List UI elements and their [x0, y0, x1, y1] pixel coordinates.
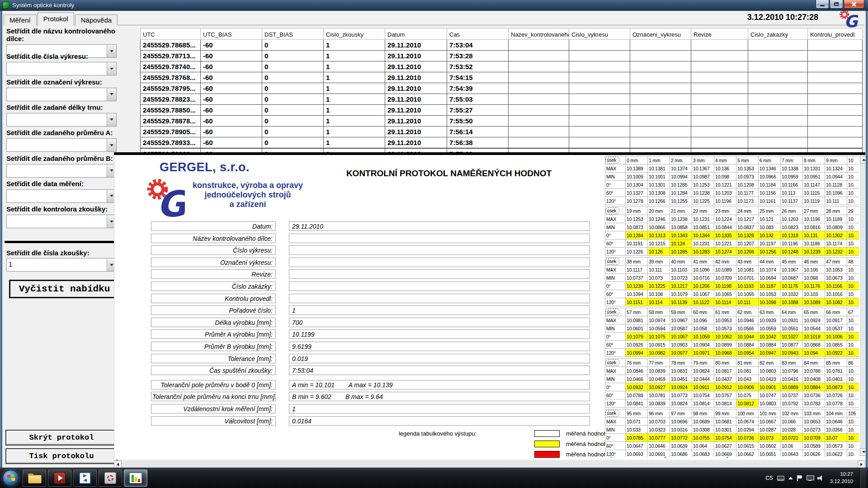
cell: 0 — [262, 127, 324, 137]
scroll-right-button[interactable] — [858, 460, 865, 468]
measure-cell: 10.0796 — [781, 367, 803, 375]
filter-combo-input-7[interactable] — [7, 215, 107, 228]
form-value-7[interactable]: 1 — [289, 305, 590, 315]
cell: -60 — [201, 116, 262, 127]
print-protocol-button[interactable]: Tisk protokolu — [5, 448, 118, 464]
measure-col-header: 27 mm — [803, 207, 825, 215]
filter-combo-dropdown-4[interactable] — [107, 139, 116, 151]
filter-combo-input-5[interactable] — [7, 164, 107, 177]
form-value-3[interactable] — [289, 258, 590, 267]
form-value-6[interactable] — [289, 294, 590, 303]
measure-cell: 10.0812 — [736, 399, 759, 408]
measure-cell: 10.1221 — [714, 239, 736, 248]
form-row-15: Vzdálenostní krok měření [mm]:1 — [114, 404, 594, 413]
record-row-6[interactable]: 2455529.78850...-600129.11.20107:55:27 — [141, 105, 863, 116]
test-number-label: Setřídit dle čísla zkoušky: — [6, 249, 89, 257]
taskbar-button-optical-control-active[interactable] — [124, 469, 147, 487]
tab-protokol[interactable]: Protokol — [38, 12, 74, 25]
filter-combo-input-4[interactable] — [7, 139, 107, 151]
hide-protocol-button[interactable]: Skrýt protokol — [5, 430, 118, 446]
horizontal-scrollbar-track[interactable] — [122, 460, 858, 468]
measure-cell: 10.1196 — [803, 215, 825, 223]
form-value-5[interactable] — [289, 282, 590, 291]
filter-combo-dropdown-2[interactable] — [107, 88, 116, 101]
form-value-0[interactable]: 29.11.2010 — [289, 221, 590, 231]
column-header-Datum[interactable]: Datum — [385, 28, 447, 40]
column-header-UTC[interactable]: UTC — [141, 28, 201, 40]
form-value-12[interactable]: 7:53:04 — [289, 366, 590, 375]
window-border-right — [866, 11, 868, 468]
form-value-9[interactable]: 10.1199 — [289, 329, 590, 339]
measure-col-header: 64 mm — [781, 308, 803, 316]
clear-menu-button[interactable]: Vyčistit nabídku — [9, 280, 120, 298]
language-indicator[interactable]: CS — [765, 475, 773, 481]
column-header-Oznaceni_vykresu[interactable]: Oznaceni_vykresu — [630, 28, 691, 40]
record-row-2[interactable]: 2455529.78740...-600129.11.20107:53:52 — [141, 61, 863, 72]
form-value-1[interactable] — [289, 234, 590, 243]
column-header-DST_BIAS[interactable]: DST_BIAS — [262, 28, 324, 40]
minimize-button[interactable] — [816, 0, 829, 9]
column-header-Cislo_zakazky[interactable]: Cislo_zakazky — [748, 28, 808, 40]
test-number-input[interactable]: 1 — [7, 258, 107, 271]
taskbar-button-media-player[interactable] — [48, 469, 71, 487]
column-header-Cislo_zkousky[interactable]: Cislo_zkousky — [324, 28, 385, 40]
scroll-left-button[interactable] — [114, 460, 122, 468]
measure-cell: 10.0788 — [803, 367, 825, 375]
network-icon[interactable] — [807, 475, 813, 481]
record-row-7[interactable]: 2455529.78878...-600129.11.20107:55:50 — [141, 116, 863, 127]
form-value-8[interactable]: 700 — [289, 318, 590, 327]
close-button[interactable] — [844, 0, 864, 9]
filter-combo-input-2[interactable] — [7, 88, 107, 101]
records-grid: UTCUTC_BIASDST_BIASCislo_zkouskyDatumCas… — [140, 28, 863, 148]
record-row-3[interactable]: 2455529.78768...-600129.11.20107:54:15 — [141, 72, 863, 83]
measure-cell: 10.1308 — [648, 189, 670, 197]
maximize-button[interactable] — [830, 0, 843, 9]
action-center-icon[interactable] — [797, 475, 802, 481]
clock[interactable]: 10:27 3.12.2010 — [827, 471, 856, 485]
filter-combo-input-3[interactable] — [7, 113, 107, 126]
volume-icon[interactable] — [817, 475, 823, 481]
show-desktop-button[interactable] — [860, 468, 866, 488]
form-value-14[interactable]: B min = 9.602 B max = 9.64 — [289, 392, 590, 401]
record-row-9[interactable]: 2455529.78933...-600129.11.20107:56:38 — [141, 137, 863, 148]
filter-combo-input-6[interactable] — [7, 190, 107, 202]
column-header-Revize[interactable]: Revize — [691, 28, 748, 40]
column-header-Cas[interactable]: Cas — [447, 28, 509, 40]
measure-cell: 10.0737 — [626, 274, 648, 282]
form-value-4[interactable] — [289, 269, 590, 279]
record-row-5[interactable]: 2455529.78823...-600129.11.20107:55:03 — [141, 94, 863, 105]
column-header-Cislo_vykresu[interactable]: Cislo_vykresu — [569, 28, 630, 40]
measure-cell: 10.0601 — [626, 324, 648, 333]
form-value-15[interactable]: 1 — [289, 404, 590, 413]
form-value-10[interactable]: 9.6199 — [289, 342, 590, 351]
measure-cell: 10.136 — [714, 164, 736, 173]
measure-cell: 10.0899 — [714, 341, 736, 349]
keyboard-icon[interactable] — [777, 476, 784, 481]
form-value-11[interactable]: 0.019 — [289, 354, 590, 363]
filter-combo-dropdown-3[interactable] — [107, 113, 116, 126]
start-button[interactable] — [0, 468, 22, 488]
column-header-Nazev_kontrolovaneho_dil[interactable]: Nazev_kontrolovaneho_dil — [509, 28, 569, 40]
title-bar: Systém optické kontroly — [0, 0, 868, 11]
record-row-partial[interactable]: 2455529.78960...-600129.11.20107:57:02 — [141, 149, 863, 153]
record-row-4[interactable]: 2455529.78795...-600129.11.20107:54:39 — [141, 83, 863, 94]
tab-mereni[interactable]: Měření — [4, 14, 37, 25]
form-value-2[interactable] — [289, 245, 590, 255]
column-header-Kontrolu_provedl[interactable]: Kontrolu_provedl — [808, 28, 863, 40]
tab-napoveda[interactable]: Nápověda — [75, 14, 118, 25]
form-value-16[interactable]: 0.0164 — [289, 416, 590, 426]
taskbar-button-gergel-app[interactable] — [99, 469, 122, 487]
record-row-0[interactable]: 2455529.78685...-600129.11.20107:53:04 — [141, 40, 863, 51]
column-header-UTC_BIAS[interactable]: UTC_BIAS — [201, 28, 262, 40]
form-value-13[interactable]: A min = 10.101 A max = 10.139 — [289, 380, 590, 389]
taskbar-button-sync-app[interactable] — [73, 469, 97, 487]
measure-cell: 10. — [847, 399, 859, 408]
record-row-1[interactable]: 2455529.78713...-600129.11.20107:53:28 — [141, 51, 863, 61]
filter-combo-input-1[interactable] — [7, 62, 107, 75]
measure-cell: 10.0877 — [781, 341, 803, 349]
sync-app-icon — [79, 472, 91, 484]
record-row-8[interactable]: 2455529.78905...-600129.11.20107:56:14 — [141, 127, 863, 137]
filter-combo-dropdown-1[interactable] — [107, 62, 116, 75]
taskbar-button-explorer[interactable] — [23, 469, 46, 487]
show-hidden-icons-button[interactable] — [788, 477, 793, 479]
